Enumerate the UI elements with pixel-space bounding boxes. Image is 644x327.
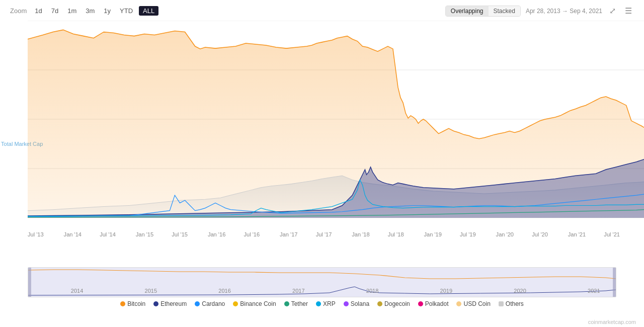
svg-text:2014: 2014: [71, 288, 83, 294]
legend-label-binance-coin: Binance Coin: [240, 300, 276, 307]
zoom-1y[interactable]: 1y: [101, 6, 114, 16]
main-svg: 0% 20% 40% 60% 80%: [28, 21, 644, 267]
svg-text:Jan '19: Jan '19: [424, 231, 441, 237]
legend-dot-bitcoin: [120, 301, 125, 306]
svg-text:Jul '16: Jul '16: [244, 231, 260, 237]
watermark: coinmarketcap.com: [588, 319, 636, 325]
svg-text:Jul '13: Jul '13: [28, 231, 44, 237]
svg-text:Jul '18: Jul '18: [388, 231, 404, 237]
legend-dot-usd-coin: [456, 301, 461, 306]
legend-item-solana[interactable]: Solana: [344, 300, 369, 307]
view-stacked[interactable]: Stacked: [489, 6, 520, 16]
main-chart-area: Percentage of Total Market Cap: [0, 21, 644, 267]
svg-text:Jul '19: Jul '19: [460, 231, 476, 237]
legend-item-ethereum[interactable]: Ethereum: [153, 300, 187, 307]
svg-text:Jan '15: Jan '15: [136, 231, 153, 237]
svg-rect-29: [28, 268, 31, 297]
legend-dot-others: [499, 301, 504, 306]
legend-label-ethereum: Ethereum: [160, 300, 187, 307]
svg-text:Jul '20: Jul '20: [532, 231, 548, 237]
legend-item-binance-coin[interactable]: Binance Coin: [233, 300, 276, 307]
legend-item-polkadot[interactable]: Polkadot: [418, 300, 449, 307]
svg-rect-28: [28, 268, 616, 297]
legend-label-xrp: XRP: [323, 300, 336, 307]
top-bar: Zoom 1d 7d 1m 3m 1y YTD ALL Overlapping …: [0, 5, 644, 21]
view-overlapping[interactable]: Overlapping: [446, 6, 489, 16]
svg-text:Jul '21: Jul '21: [604, 231, 620, 237]
svg-text:Jan '16: Jan '16: [208, 231, 225, 237]
legend-item-cardano[interactable]: Cardano: [195, 300, 225, 307]
legend-dot-binance-coin: [233, 301, 238, 306]
view-toggle: Overlapping Stacked: [445, 6, 521, 17]
legend-label-solana: Solana: [351, 300, 369, 307]
mini-chart[interactable]: 2014 2015 2016 2017 2018 2019 2020 2021: [28, 267, 616, 297]
zoom-7d[interactable]: 7d: [48, 6, 61, 16]
svg-text:2019: 2019: [440, 288, 452, 294]
svg-text:Jan '21: Jan '21: [568, 231, 586, 237]
y-axis: Percentage of Total Market Cap: [0, 21, 28, 267]
top-right-controls: Overlapping Stacked Apr 28, 2013 → Sep 4…: [445, 5, 634, 17]
legend-dot-ethereum: [153, 301, 158, 306]
svg-text:Jan '17: Jan '17: [280, 231, 297, 237]
svg-text:Jan '18: Jan '18: [352, 231, 369, 237]
svg-rect-30: [613, 268, 616, 297]
zoom-1d[interactable]: 1d: [32, 6, 45, 16]
legend: BitcoinEthereumCardanoBinance CoinTether…: [0, 297, 644, 308]
svg-text:2016: 2016: [218, 288, 230, 294]
legend-dot-xrp: [316, 301, 321, 306]
legend-label-polkadot: Polkadot: [425, 300, 449, 307]
legend-dot-cardano: [195, 301, 200, 306]
svg-text:2015: 2015: [145, 288, 157, 294]
date-range: Apr 28, 2013 → Sep 4, 2021: [526, 8, 602, 15]
legend-label-others: Others: [506, 300, 524, 307]
svg-text:2017: 2017: [292, 288, 304, 294]
svg-text:Jul '14: Jul '14: [100, 231, 116, 237]
svg-text:Jan '14: Jan '14: [64, 231, 82, 237]
chart-svg-area: 0% 20% 40% 60% 80%: [28, 21, 644, 267]
svg-text:2020: 2020: [514, 288, 526, 294]
legend-dot-tether: [284, 301, 289, 306]
zoom-3m[interactable]: 3m: [83, 6, 98, 16]
svg-text:Jan '20: Jan '20: [496, 231, 514, 237]
legend-item-xrp[interactable]: XRP: [316, 300, 336, 307]
legend-item-bitcoin[interactable]: Bitcoin: [120, 300, 145, 307]
svg-text:2018: 2018: [366, 288, 378, 294]
mini-svg: 2014 2015 2016 2017 2018 2019 2020 2021: [28, 268, 616, 297]
zoom-all[interactable]: ALL: [139, 6, 158, 16]
svg-text:2021: 2021: [588, 288, 600, 294]
legend-label-cardano: Cardano: [202, 300, 225, 307]
legend-label-usd-coin: USD Coin: [463, 300, 490, 307]
legend-item-dogecoin[interactable]: Dogecoin: [377, 300, 410, 307]
legend-label-tether: Tether: [291, 300, 308, 307]
legend-dot-polkadot: [418, 301, 423, 306]
legend-item-others[interactable]: Others: [499, 300, 524, 307]
zoom-label: Zoom: [10, 7, 27, 15]
menu-button[interactable]: ☰: [623, 5, 634, 17]
zoom-ytd[interactable]: YTD: [117, 6, 136, 16]
chart-container: Zoom 1d 7d 1m 3m 1y YTD ALL Overlapping …: [0, 0, 644, 327]
legend-label-dogecoin: Dogecoin: [384, 300, 410, 307]
legend-dot-dogecoin: [377, 301, 382, 306]
legend-label-bitcoin: Bitcoin: [127, 300, 145, 307]
fullscreen-button[interactable]: ⤢: [607, 5, 618, 17]
legend-dot-solana: [344, 301, 349, 306]
zoom-1m[interactable]: 1m: [64, 6, 79, 16]
legend-item-tether[interactable]: Tether: [284, 300, 308, 307]
zoom-controls: Zoom 1d 7d 1m 3m 1y YTD ALL: [10, 6, 158, 16]
svg-text:Jul '15: Jul '15: [172, 231, 188, 237]
svg-text:Jul '17: Jul '17: [316, 231, 332, 237]
legend-item-usd-coin[interactable]: USD Coin: [456, 300, 490, 307]
